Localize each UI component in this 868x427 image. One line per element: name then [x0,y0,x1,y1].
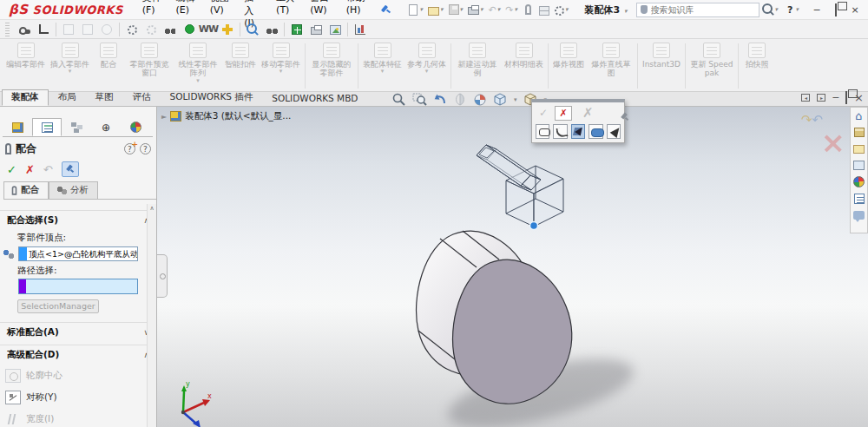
mate-alignment-arrows[interactable]: ↷↶ [801,112,823,128]
search-button[interactable]: ▾ [760,2,781,17]
tree-expand-icon[interactable]: ► [161,113,167,121]
search-input[interactable] [651,5,755,15]
standard-mates-header[interactable]: 标准配合(A) ∨ [0,322,156,341]
tab-sketch[interactable]: 草图 [86,89,123,106]
home-icon[interactable]: ⌂ [852,109,865,122]
options-button[interactable]: ▾ [552,3,571,17]
flyout-feature-tree[interactable]: ► 装配体3 (默认<默认_显... [161,110,291,122]
close-button[interactable]: × [845,3,865,16]
caret-down-icon[interactable]: ▾ [795,6,799,13]
graphics-viewport[interactable]: x y z ► 装配体3 (默认<默认_显... ↷↶ × [157,107,868,427]
mate-selections-header[interactable]: 配合选择(S) ∧ [0,210,156,229]
excel-export-button[interactable] [287,21,306,38]
zoom-area-button[interactable] [412,93,427,106]
vertex-selection-field[interactable]: 顶点<1>@凸轮机构平底从动 [18,246,138,261]
tab-evaluate[interactable]: 评估 [123,89,161,106]
universal-joint-button[interactable] [218,21,237,38]
pin-menu-icon[interactable] [381,4,389,15]
zoom-fit-button[interactable] [392,93,406,106]
design-library-button[interactable] [852,126,865,139]
panel-splitter-handle[interactable] [157,254,168,298]
new-document-button[interactable]: ▾ [404,3,426,17]
tab-solidworks-mbd[interactable]: SOLIDWORKS MBD [262,91,367,106]
tab-layout[interactable]: 布局 [49,89,86,106]
save-button[interactable]: ▾ [446,3,466,16]
custom-properties-button[interactable] [852,192,865,205]
caret-down-icon[interactable]: ▾ [775,6,779,13]
appearances-button[interactable] [473,93,487,106]
subtab-analysis[interactable]: 分析 [49,181,98,199]
help-button[interactable]: ? [780,4,794,16]
document-name[interactable]: 装配体3 ▾ [585,3,628,16]
path-selection-field[interactable] [18,279,138,294]
help-icon[interactable]: ? [140,143,151,154]
spring-button[interactable]: WW [199,21,218,38]
exploded-view-icon [560,43,577,58]
scroll-up-icon[interactable]: ∧ [148,204,156,213]
caret-down-icon[interactable]: ▾ [565,6,569,13]
popup-cancel-button[interactable]: ✗ [555,106,572,121]
appearances-scenes-button[interactable] [852,175,865,188]
cancel-button[interactable]: ✗ [25,163,35,176]
caret-down-icon[interactable]: ▾ [497,6,501,13]
ok-button[interactable]: ✓ [7,163,16,176]
next-document-icon[interactable]: ▸ [817,94,825,102]
view-palette-button[interactable] [852,159,865,172]
cancel-confirmation-corner[interactable]: × [821,129,846,155]
belt-chain-button[interactable] [161,21,180,38]
forum-button[interactable] [852,208,865,221]
viewport-canvas[interactable]: x y z [157,107,867,427]
previous-view-button[interactable] [433,93,447,106]
caret-down-icon[interactable]: ▾ [440,6,444,13]
tab-assembly[interactable]: 装配体 [2,89,49,106]
feature-tree-root-label[interactable]: 装配体3 (默认<默认_显... [185,110,291,122]
doc-restore-button[interactable] [845,92,847,103]
toolbar-grip[interactable] [5,23,10,36]
flip-alignment-arrow-icon[interactable]: ↷ [801,112,812,128]
tab-solidworks-addins[interactable]: SOLIDWORKS 插件 [161,89,263,106]
zoom-selection-button[interactable] [243,21,262,38]
caret-down-icon[interactable]: ▾ [514,96,517,103]
caret-down-icon[interactable]: ▾ [515,6,518,13]
profile-rect-mate-button[interactable] [536,124,549,139]
tab-feature-manager[interactable] [3,118,32,136]
table-button[interactable] [536,3,552,17]
minimize-button[interactable]: ─ [807,3,826,16]
doc-minimize-button[interactable]: ─ [832,92,838,103]
previous-document-icon[interactable]: ◂ [801,94,810,102]
find-button[interactable] [262,21,281,38]
knowledge-search[interactable] [636,3,760,17]
caret-down-icon[interactable]: ▾ [480,6,483,13]
tab-dimxpert[interactable]: ⊕ [91,118,121,136]
path-curve-mate-button[interactable] [553,124,567,139]
gear-mate-button[interactable] [122,21,141,38]
redo-button[interactable]: ↷▾ [503,3,520,17]
open-button[interactable]: ▾ [425,3,446,17]
whats-new-help-icon[interactable]: ? [124,143,135,154]
tab-property-manager[interactable] [32,118,62,136]
caret-down-icon[interactable]: ▾ [420,6,424,13]
attachment-button[interactable] [520,2,536,17]
display-style-button[interactable] [493,93,507,106]
chart-button[interactable] [351,21,370,38]
panel-scrollbar[interactable]: ∧ [147,204,156,427]
print-preview-button[interactable] [306,21,326,38]
corner-rectangle-button[interactable] [34,21,53,38]
tab-display-manager[interactable] [121,118,150,136]
select-pointer-button[interactable] [607,124,621,139]
print-button[interactable]: ▾ [465,3,486,16]
free-drag-mate-button[interactable] [571,124,585,139]
file-explorer-button[interactable] [852,142,865,155]
advanced-mates-header[interactable]: 高级配合(D) ∧ [0,345,156,364]
caret-down-icon[interactable]: ▾ [460,6,464,13]
image-capture-button[interactable] [326,21,345,38]
pin-green-button[interactable] [180,21,199,38]
mate-symmetric[interactable]: 对称(Y) [0,388,156,407]
restore-button[interactable] [826,3,845,16]
mate-key-button[interactable] [15,21,34,38]
keep-visible-pin-button[interactable] [62,161,79,177]
slot-mate-button[interactable] [589,124,602,139]
tab-configuration-manager[interactable] [62,118,91,136]
subtab-mates[interactable]: 配合 [3,181,49,199]
undo-button[interactable]: ↶▾ [486,3,503,17]
